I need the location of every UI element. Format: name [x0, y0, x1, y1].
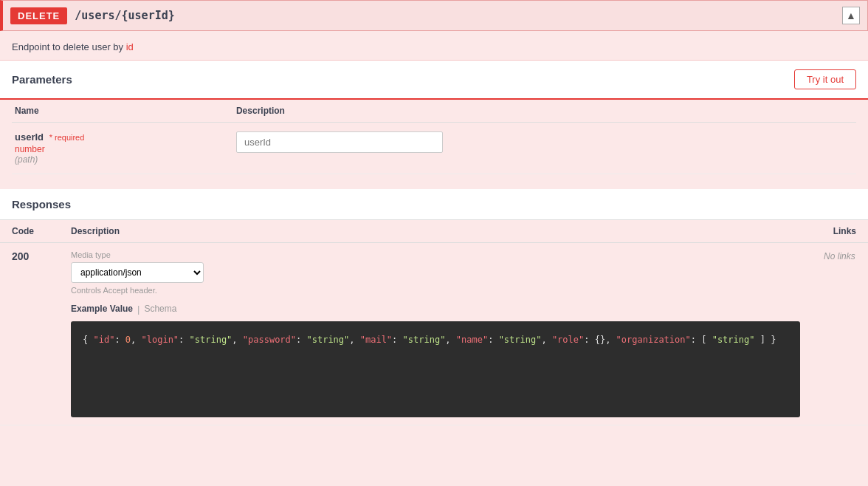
responses-title: Responses — [12, 198, 71, 211]
parameters-section: Parameters Try it out Name Description u… — [0, 61, 868, 182]
response-code-cell: 200 — [0, 243, 59, 425]
responses-table: Code Description Links 200 Media type ap… — [0, 220, 868, 425]
param-required: * required — [49, 133, 85, 142]
endpoint-path: /users/{userId} — [75, 9, 174, 22]
col-desc: Description — [59, 220, 812, 243]
params-table: Name Description userId * required numbe… — [12, 100, 856, 174]
col-links: Links — [812, 220, 868, 243]
code-block: { "id": 0, "login": "string", "password"… — [71, 321, 800, 417]
controls-text: Controls Accept header. — [71, 286, 800, 295]
response-code: 200 — [12, 250, 29, 262]
params-header-row: Name Description — [12, 100, 856, 123]
param-type: number — [15, 144, 230, 154]
method-badge: DELETE — [10, 7, 67, 24]
params-table-wrapper: Name Description userId * required numbe… — [0, 100, 868, 174]
param-name-cell: userId * required number (path) — [12, 123, 233, 174]
example-value-tab[interactable]: Example Value — [71, 302, 133, 315]
param-name: userId — [15, 131, 44, 143]
responses-header-row: Code Description Links — [0, 220, 868, 243]
param-location: (path) — [15, 154, 230, 165]
endpoint-left: DELETE /users/{userId} — [10, 7, 175, 24]
parameters-section-header: Parameters Try it out — [0, 61, 868, 100]
description-text: Endpoint to delete user by — [12, 41, 123, 52]
table-row: 200 Media type application/json Controls… — [0, 243, 868, 425]
media-type-label: Media type — [71, 250, 800, 259]
parameters-title: Parameters — [12, 73, 72, 86]
responses-section-header: Responses — [0, 189, 868, 220]
collapse-button[interactable]: ▲ — [842, 7, 860, 24]
responses-section: Responses Code Description Links 200 Med… — [0, 189, 868, 425]
userid-input[interactable] — [236, 131, 443, 153]
description-link[interactable]: id — [126, 41, 134, 52]
response-description-cell: Media type application/json Controls Acc… — [59, 243, 812, 425]
col-description: Description — [233, 100, 856, 123]
endpoint-description: Endpoint to delete user by id — [0, 31, 868, 61]
schema-tab[interactable]: Schema — [144, 304, 176, 314]
table-row: userId * required number (path) — [12, 123, 856, 174]
param-description-cell — [233, 123, 856, 174]
col-name: Name — [12, 100, 233, 123]
collapse-icon: ▲ — [846, 10, 856, 21]
try-it-out-button[interactable]: Try it out — [794, 69, 856, 89]
col-code: Code — [0, 220, 59, 243]
tab-divider: | — [137, 304, 140, 315]
endpoint-header: DELETE /users/{userId} ▲ — [0, 0, 868, 31]
media-type-select[interactable]: application/json — [71, 262, 204, 283]
no-links-text: No links — [824, 251, 855, 261]
example-schema-tabs: Example Value | Schema — [71, 302, 800, 315]
response-links-cell: No links — [812, 243, 868, 425]
